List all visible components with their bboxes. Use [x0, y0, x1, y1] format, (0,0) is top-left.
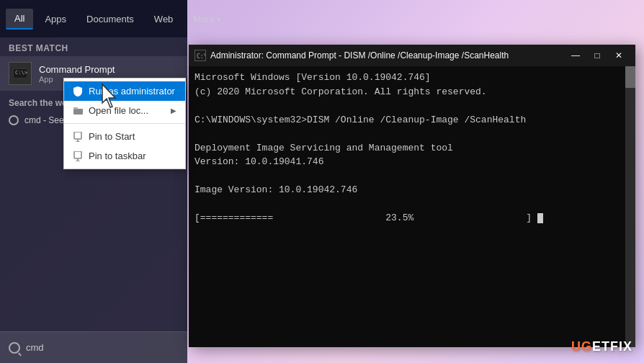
context-menu: Run as administrator Open file loc... ▶ … — [63, 78, 186, 169]
shield-icon — [73, 86, 83, 97]
tab-more[interactable]: More ▾ — [184, 9, 229, 29]
close-button[interactable]: ✕ — [608, 48, 630, 63]
ugetfix-logo: UGETFIX — [571, 339, 632, 354]
tab-all[interactable]: All — [6, 9, 33, 30]
best-match-label: Best match — [0, 37, 187, 56]
search-query: cmd - See — [24, 115, 64, 125]
scrollbar[interactable] — [625, 66, 635, 347]
pin-taskbar-icon — [73, 151, 83, 161]
nav-tabs: All Apps Documents Web More ▾ — [0, 0, 187, 37]
cmd-titlebar: C:\ Administrator: Command Prompt - DISM… — [189, 45, 635, 66]
tab-apps[interactable]: Apps — [36, 9, 75, 29]
start-menu: All Apps Documents Web More ▾ Best match… — [0, 0, 187, 363]
cmd-content: Microsoft Windows [Version 10.0.19042.74… — [189, 66, 635, 347]
open-file-label: Open file loc... — [89, 105, 148, 116]
svg-rect-2 — [74, 132, 81, 139]
chevron-down-icon: ▾ — [217, 15, 220, 23]
search-bar[interactable]: cmd — [0, 331, 187, 363]
minimize-button[interactable]: — — [565, 48, 586, 63]
app-name: Command Prompt — [39, 64, 115, 75]
tab-documents[interactable]: Documents — [78, 9, 143, 29]
svg-rect-5 — [74, 151, 81, 158]
pin-start-icon — [73, 132, 83, 142]
cmd-output: Microsoft Windows [Version 10.0.19042.74… — [194, 71, 630, 225]
cmd-title: Administrator: Command Prompt - DISM /On… — [210, 50, 560, 60]
app-icon: C:\> — [9, 62, 32, 85]
cursor-blink — [537, 213, 543, 223]
pin-start-label: Pin to Start — [89, 131, 135, 142]
context-open-file[interactable]: Open file loc... ▶ — [64, 101, 185, 120]
scrollbar-thumb[interactable] — [625, 66, 635, 88]
context-pin-taskbar[interactable]: Pin to taskbar — [64, 146, 185, 166]
context-run-admin[interactable]: Run as administrator — [64, 81, 185, 101]
cmd-controls: — □ ✕ — [565, 48, 630, 63]
search-bar-text: cmd — [26, 342, 44, 353]
divider — [64, 123, 185, 124]
search-bar-icon — [9, 342, 20, 354]
cmd-icon: C:\ — [194, 50, 206, 61]
pin-taskbar-label: Pin to taskbar — [89, 151, 146, 161]
run-admin-label: Run as administrator — [89, 86, 175, 97]
context-pin-start[interactable]: Pin to Start — [64, 127, 185, 146]
maximize-button[interactable]: □ — [586, 48, 608, 63]
svg-text:C:\: C:\ — [197, 53, 205, 60]
search-icon — [9, 115, 19, 125]
folder-icon — [73, 106, 83, 116]
tab-web[interactable]: Web — [146, 9, 182, 29]
svg-rect-0 — [73, 109, 83, 115]
svg-rect-1 — [73, 107, 78, 109]
cmd-window: C:\ Administrator: Command Prompt - DISM… — [189, 45, 635, 347]
submenu-arrow-icon: ▶ — [171, 107, 176, 115]
